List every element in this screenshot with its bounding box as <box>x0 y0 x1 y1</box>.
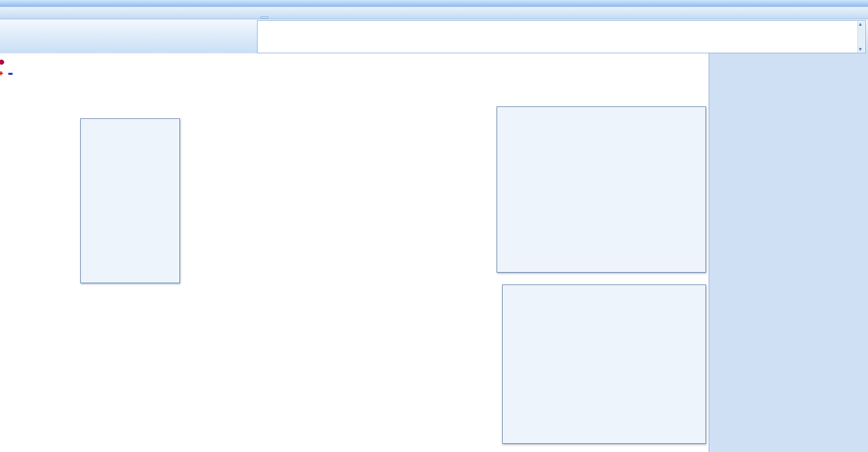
legend-status-line <box>0 57 14 68</box>
map-legend: ✚ ▬ <box>0 57 14 79</box>
scroll-down-icon[interactable]: ▼ <box>859 47 862 51</box>
missing-dot-icon <box>0 60 4 65</box>
scroll-up-icon[interactable]: ▲ <box>859 22 862 26</box>
positive-flash-icon: ✚ <box>0 70 3 77</box>
alarm-box: ▲ ▼ <box>257 20 866 53</box>
negative-flash-icon: ▬ <box>8 70 13 77</box>
sidebar <box>709 53 868 452</box>
window-title-bar[interactable] <box>0 0 868 7</box>
app-window: ▲ ▼ ✚ ▬ <box>0 0 868 452</box>
legend-flash-line: ✚ ▬ <box>0 68 14 79</box>
rain-table-panel[interactable] <box>497 106 706 273</box>
station-rain-panel[interactable] <box>80 118 180 283</box>
menu-bar <box>0 7 868 19</box>
wind-table-panel[interactable] <box>502 285 706 444</box>
alarm-tab <box>260 17 269 18</box>
alarm-scrollbar[interactable]: ▲ ▼ <box>857 21 865 52</box>
